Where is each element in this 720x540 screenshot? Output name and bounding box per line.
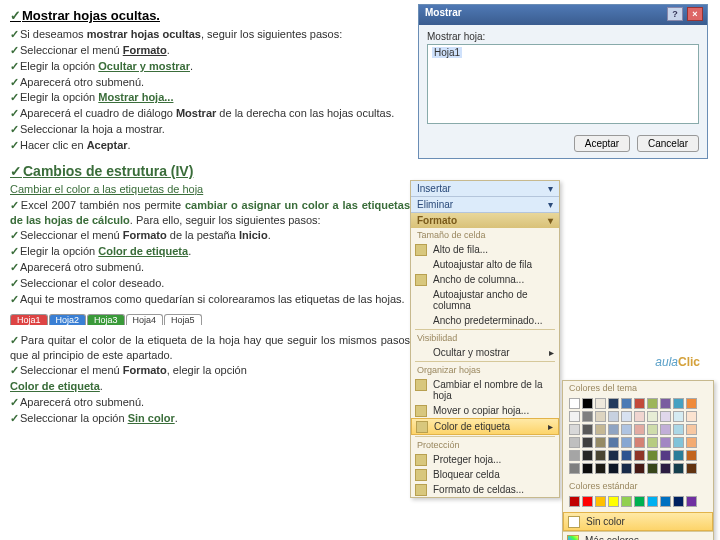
color-swatch[interactable] xyxy=(595,398,606,409)
tab-hoja3[interactable]: Hoja3 xyxy=(87,314,125,325)
color-swatch[interactable] xyxy=(608,463,619,474)
color-swatch[interactable] xyxy=(595,411,606,422)
color-swatch[interactable] xyxy=(569,411,580,422)
color-swatch[interactable] xyxy=(569,398,580,409)
color-swatch[interactable] xyxy=(569,463,580,474)
menu-autoajustar-ancho[interactable]: Autoajustar ancho de columna xyxy=(411,287,559,313)
color-swatch[interactable] xyxy=(686,437,697,448)
help-icon[interactable]: ? xyxy=(667,7,683,21)
menu-proteger[interactable]: Proteger hoja... xyxy=(411,452,559,467)
color-swatch[interactable] xyxy=(686,496,697,507)
sheet-list[interactable]: Hoja1 xyxy=(427,44,699,124)
color-swatch[interactable] xyxy=(647,424,658,435)
color-swatch[interactable] xyxy=(608,424,619,435)
color-swatch[interactable] xyxy=(582,398,593,409)
color-swatch[interactable] xyxy=(608,411,619,422)
color-swatch[interactable] xyxy=(595,450,606,461)
color-swatch[interactable] xyxy=(621,463,632,474)
color-swatch[interactable] xyxy=(647,463,658,474)
color-swatch[interactable] xyxy=(634,437,645,448)
color-swatch[interactable] xyxy=(673,450,684,461)
menu-autoajustar-alto[interactable]: Autoajustar alto de fila xyxy=(411,257,559,272)
color-swatch[interactable] xyxy=(634,398,645,409)
tab-hoja4[interactable]: Hoja4 xyxy=(126,314,164,325)
color-swatch[interactable] xyxy=(673,496,684,507)
color-swatch[interactable] xyxy=(634,450,645,461)
color-swatch[interactable] xyxy=(686,450,697,461)
color-swatch[interactable] xyxy=(621,411,632,422)
para: Elegir la opción Color de etiqueta. xyxy=(10,244,410,259)
color-swatch[interactable] xyxy=(660,411,671,422)
color-swatch[interactable] xyxy=(660,463,671,474)
menu-color-etiqueta[interactable]: Color de etiqueta xyxy=(411,418,559,435)
sin-color[interactable]: Sin color xyxy=(563,512,713,531)
color-swatch[interactable] xyxy=(608,398,619,409)
color-swatch[interactable] xyxy=(595,463,606,474)
color-swatch[interactable] xyxy=(673,411,684,422)
sheet-tabs: Hoja1 Hoja2 Hoja3 Hoja4 Hoja5 xyxy=(10,312,203,327)
color-swatch[interactable] xyxy=(660,450,671,461)
color-swatch[interactable] xyxy=(608,437,619,448)
menu-formato-celdas[interactable]: Formato de celdas... xyxy=(411,482,559,497)
color-swatch[interactable] xyxy=(686,411,697,422)
color-swatch[interactable] xyxy=(660,437,671,448)
color-swatch[interactable] xyxy=(673,437,684,448)
color-swatch[interactable] xyxy=(647,437,658,448)
color-swatch[interactable] xyxy=(621,398,632,409)
menu-bloquear[interactable]: Bloquear celda xyxy=(411,467,559,482)
color-swatch[interactable] xyxy=(569,450,580,461)
color-swatch[interactable] xyxy=(621,437,632,448)
color-swatch[interactable] xyxy=(621,424,632,435)
tab-hoja2[interactable]: Hoja2 xyxy=(49,314,87,325)
color-swatch[interactable] xyxy=(673,398,684,409)
color-swatch[interactable] xyxy=(686,398,697,409)
cancel-button[interactable]: Cancelar xyxy=(637,135,699,152)
color-swatch[interactable] xyxy=(595,496,606,507)
color-swatch[interactable] xyxy=(660,496,671,507)
color-swatch[interactable] xyxy=(582,411,593,422)
color-swatch[interactable] xyxy=(673,424,684,435)
color-swatch[interactable] xyxy=(647,496,658,507)
tab-hoja1[interactable]: Hoja1 xyxy=(10,314,48,325)
color-swatch[interactable] xyxy=(595,437,606,448)
color-swatch[interactable] xyxy=(569,496,580,507)
color-swatch[interactable] xyxy=(673,463,684,474)
mas-colores[interactable]: Más colores... xyxy=(563,531,713,540)
color-swatch[interactable] xyxy=(660,398,671,409)
tab-hoja5[interactable]: Hoja5 xyxy=(164,314,202,325)
color-swatch[interactable] xyxy=(621,496,632,507)
color-swatch[interactable] xyxy=(569,437,580,448)
menu-ocultar-mostrar[interactable]: Ocultar y mostrar xyxy=(411,345,559,360)
menu-ancho-predet[interactable]: Ancho predeterminado... xyxy=(411,313,559,328)
color-swatch[interactable] xyxy=(686,463,697,474)
color-swatch[interactable] xyxy=(582,450,593,461)
color-swatch[interactable] xyxy=(660,424,671,435)
color-swatch[interactable] xyxy=(634,411,645,422)
list-item[interactable]: Hoja1 xyxy=(432,47,462,58)
menu-mover-copiar[interactable]: Mover o copiar hoja... xyxy=(411,403,559,418)
menu-eliminar[interactable]: Eliminar ▾ xyxy=(411,197,559,213)
color-swatch[interactable] xyxy=(621,450,632,461)
color-swatch[interactable] xyxy=(582,437,593,448)
menu-insertar[interactable]: Insertar ▾ xyxy=(411,181,559,197)
close-icon[interactable]: × xyxy=(687,7,703,21)
color-swatch[interactable] xyxy=(634,424,645,435)
color-swatch[interactable] xyxy=(686,424,697,435)
color-swatch[interactable] xyxy=(608,450,619,461)
color-swatch[interactable] xyxy=(582,424,593,435)
ok-button[interactable]: Aceptar xyxy=(574,135,630,152)
color-swatch[interactable] xyxy=(647,411,658,422)
menu-alto-fila[interactable]: Alto de fila... xyxy=(411,242,559,257)
color-swatch[interactable] xyxy=(582,496,593,507)
color-swatch[interactable] xyxy=(595,424,606,435)
menu-ancho-columna[interactable]: Ancho de columna... xyxy=(411,272,559,287)
color-swatch[interactable] xyxy=(634,463,645,474)
color-swatch[interactable] xyxy=(647,398,658,409)
menu-formato[interactable]: Formato ▾ xyxy=(411,213,559,228)
color-swatch[interactable] xyxy=(569,424,580,435)
menu-cambiar-nombre[interactable]: Cambiar el nombre de la hoja xyxy=(411,377,559,403)
color-swatch[interactable] xyxy=(582,463,593,474)
color-swatch[interactable] xyxy=(608,496,619,507)
color-swatch[interactable] xyxy=(634,496,645,507)
color-swatch[interactable] xyxy=(647,450,658,461)
